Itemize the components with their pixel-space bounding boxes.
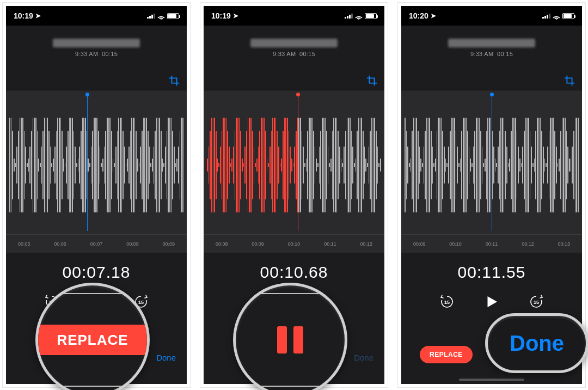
pause-button-zoom [277,326,303,354]
timeline-tick: 00:10 [276,241,312,247]
done-button: Done [354,353,373,362]
playhead[interactable] [492,90,492,231]
callout-pause [233,283,347,390]
status-time: 10:20 [409,11,428,20]
play-button[interactable] [483,294,500,310]
recording-title [250,39,338,47]
timeline-tick: 00:06 [42,241,78,247]
timeline-tick: 00:09 [401,241,437,247]
waveform [9,110,183,220]
location-icon: ➤ [233,12,238,20]
battery-icon [167,13,179,19]
status-time: 10:19 [14,11,33,20]
callout-done: Done [485,313,588,373]
waveform-area[interactable]: 00:0800:0900:1000:1100:12 [204,90,384,253]
waveform [207,110,381,220]
recording-duration: 00:15 [299,51,315,57]
status-bar: 10:20 ➤ [401,6,582,26]
recording-header: 9:33 AM 00:15 [401,26,582,90]
timeline-tick: 00:08 [114,241,150,247]
location-icon: ➤ [35,12,41,20]
timeline-tick: 00:12 [348,241,384,247]
timeline-tick: 00:13 [546,241,582,247]
playhead[interactable] [87,90,88,231]
timeline-tick: 00:09 [240,241,275,247]
home-indicator [459,379,524,381]
timeline: 00:0900:1000:1100:1200:13 [401,234,582,253]
done-button-zoom: Done [510,331,564,356]
timeline-tick: 00:05 [6,241,42,247]
status-time: 10:19 [211,11,231,20]
timeline-tick: 00:12 [510,241,546,247]
recording-time: 9:33 AM [75,51,98,57]
phone-screenshot: 10:20 ➤9:33 AM 00:1500:0900:1000:1100:12… [397,2,586,388]
phone-screenshot: 10:19 ➤9:33 AM 00:1500:0800:0900:1000:11… [200,2,388,388]
recording-title [448,39,535,47]
timeline-tick: 00:07 [78,241,114,247]
phone-screenshot: 10:19 ➤9:33 AM 00:1500:0500:0600:0700:08… [2,2,191,388]
recording-header: 9:33 AM 00:15 [204,26,384,90]
status-bar: 10:19 ➤ [204,6,384,26]
trim-icon[interactable] [168,75,180,87]
waveform-area[interactable]: 00:0900:1000:1100:1200:13 [401,90,582,253]
callout-replace: REPLACE [35,283,150,390]
recording-time: 9:33 AM [273,51,296,57]
skip-forward-button[interactable]: 15 [528,294,544,310]
recording-header: 9:33 AM 00:15 [6,26,187,90]
wifi-icon [157,13,165,19]
done-button[interactable]: Done [156,353,176,362]
trim-icon[interactable] [366,75,378,87]
battery-icon [562,13,574,19]
timeline-tick: 00:10 [437,241,473,247]
timeline: 00:0500:0600:0700:0800:09 [6,234,187,253]
wifi-icon [553,13,560,19]
cellular-icon [345,13,353,19]
cellular-icon [542,13,550,19]
waveform-area[interactable]: 00:0500:0600:0700:0800:09 [6,90,187,253]
current-time: 00:11.55 [458,263,526,282]
timeline-tick: 00:11 [312,241,348,247]
skip-back-button[interactable]: 15 [439,294,455,310]
recording-duration: 00:15 [497,51,513,57]
trim-icon[interactable] [564,75,575,87]
timeline-tick: 00:11 [474,241,510,247]
recording-title [53,39,140,47]
wifi-icon [355,13,363,19]
timeline-tick: 00:08 [204,241,240,247]
recording-time: 9:33 AM [470,51,493,57]
playhead[interactable] [298,90,298,231]
location-icon: ➤ [431,12,436,20]
timeline: 00:0800:0900:1000:1100:12 [204,234,384,253]
cellular-icon [147,13,155,19]
recording-duration: 00:15 [102,51,118,57]
replace-button-zoom: REPLACE [35,325,150,355]
status-bar: 10:19 ➤ [6,6,187,26]
replace-button[interactable]: REPLACE [420,346,473,363]
current-time: 00:10.68 [260,263,328,282]
timeline-tick: 00:09 [151,241,187,247]
battery-icon [365,13,377,19]
current-time: 00:07.18 [63,263,131,282]
